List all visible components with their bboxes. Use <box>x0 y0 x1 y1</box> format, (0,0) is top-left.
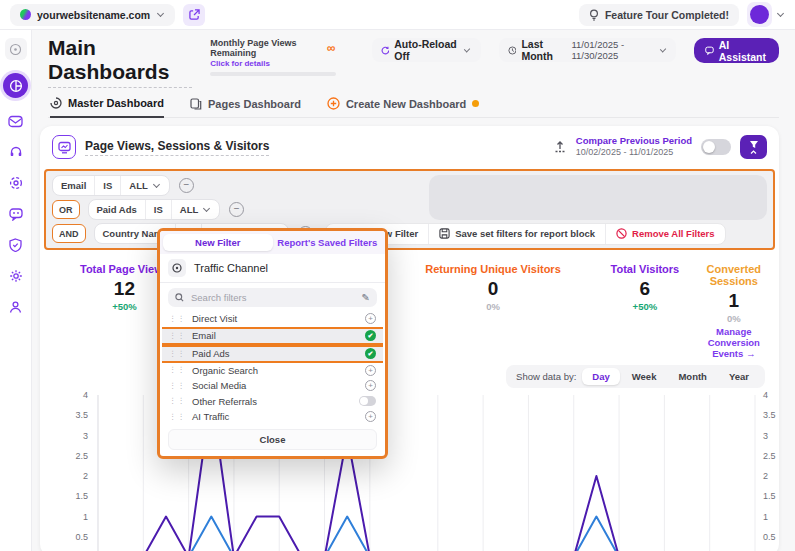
site-selector[interactable]: yourwebsitename.com <box>10 4 175 26</box>
dashboard-icon <box>9 79 23 93</box>
remove-filter-button[interactable]: − <box>179 178 194 193</box>
drag-handle-icon[interactable]: ⋮⋮ <box>169 366 186 374</box>
open-site-button[interactable] <box>183 4 205 26</box>
conjunction-badge[interactable]: AND <box>52 224 86 243</box>
add-option-icon[interactable]: + <box>365 365 376 376</box>
compare-range: 10/02/2025 - 11/01/2025 <box>576 147 692 158</box>
panel-title: Page Views, Sessions & Visitors <box>85 139 269 156</box>
manage-conversion-events-link[interactable]: Manage Conversion Events → <box>707 326 761 359</box>
sidebar-item-security[interactable] <box>5 234 27 256</box>
line-chart: 000.50.5111.51.5222.52.5333.53.54411/01/… <box>40 388 779 551</box>
plus-circle-icon <box>327 97 340 110</box>
compare-toggle[interactable] <box>701 139 731 155</box>
filter-category-row[interactable]: Traffic Channel <box>160 254 385 283</box>
granularity-year[interactable]: Year <box>719 368 759 385</box>
granularity-day[interactable]: Day <box>582 368 619 385</box>
period-label: Last Month <box>521 38 566 62</box>
filter-options-list: ⋮⋮Direct Visit+⋮⋮Email✔⋮⋮Paid Ads✔⋮⋮Orga… <box>160 311 385 425</box>
svg-text:1: 1 <box>83 512 88 522</box>
granularity-week[interactable]: Week <box>622 368 667 385</box>
chevron-down-icon <box>153 181 160 188</box>
quota-block: Monthly Page Views Remaining ∞ Click for… <box>210 38 335 76</box>
svg-text:1.5: 1.5 <box>75 491 88 501</box>
svg-text:2: 2 <box>763 471 768 481</box>
svg-text:3.5: 3.5 <box>75 410 88 420</box>
filter-option-organic-search[interactable]: ⋮⋮Organic Search+ <box>162 363 383 379</box>
drag-handle-icon[interactable]: ⋮⋮ <box>169 397 186 405</box>
conjunction-badge[interactable]: OR <box>52 200 80 219</box>
date-range-select[interactable]: Last Month 11/01/2025 - 11/30/2025 <box>499 38 676 62</box>
filter-option-other-referrals[interactable]: ⋮⋮Other Referrals <box>162 394 383 410</box>
filter-option-paid-ads[interactable]: ⋮⋮Paid Ads✔ <box>162 345 383 363</box>
filter-option-label: Organic Search <box>192 365 258 376</box>
export-icon[interactable] <box>553 140 567 155</box>
filter-option-ai-traffic[interactable]: ⋮⋮AI Traffic+ <box>162 409 383 425</box>
period-range: 11/01/2025 - 11/30/2025 <box>571 39 653 61</box>
tab-create-new-dashboard[interactable]: Create New Dashboard <box>327 97 479 117</box>
sidebar-item-inbox[interactable] <box>5 110 27 132</box>
toggle-off-icon[interactable] <box>359 396 376 406</box>
granularity-month[interactable]: Month <box>668 368 717 385</box>
auto-reload-select[interactable]: Auto-Reload Off <box>372 38 481 62</box>
filter-search-input[interactable] <box>189 291 357 304</box>
drag-handle-icon[interactable]: ⋮⋮ <box>169 382 186 390</box>
sidebar-item-dashboard[interactable] <box>3 73 28 98</box>
sidebar-item-explore[interactable] <box>5 38 27 60</box>
drag-handle-icon[interactable]: ⋮⋮ <box>169 350 186 358</box>
filter-field[interactable]: Email <box>53 176 95 195</box>
clear-search-icon[interactable]: ✎ <box>362 292 370 303</box>
feature-tour-badge[interactable]: Feature Tour Completed! <box>579 4 739 26</box>
filter-field[interactable]: Paid Ads <box>89 200 146 219</box>
save-icon <box>439 228 450 239</box>
show-data-by-label: Show data by: <box>516 371 576 382</box>
auto-reload-label: Auto-Reload Off <box>394 38 458 62</box>
filter-operator[interactable]: IS <box>146 200 172 219</box>
chevron-down-icon <box>659 46 666 53</box>
topbar: yourwebsitename.com Feature Tour Complet… <box>0 0 795 30</box>
stat-returning-unique-visitors: Returning Unique Visitors 0 0% <box>403 263 583 312</box>
save-filter-set-button[interactable]: Save set filters for report block <box>429 224 606 244</box>
svg-text:4: 4 <box>763 390 768 400</box>
person-pin-icon <box>9 300 22 314</box>
user-menu[interactable] <box>747 2 772 27</box>
filter-option-label: Social Media <box>192 380 246 391</box>
filter-operator[interactable]: IS <box>95 176 121 195</box>
svg-text:1: 1 <box>763 512 768 522</box>
filter-row: OR Paid Ads IS ALL − <box>52 199 767 220</box>
quota-details-link[interactable]: Click for details <box>210 59 335 68</box>
filter-option-email[interactable]: ⋮⋮Email✔ <box>162 327 383 345</box>
drag-handle-icon[interactable]: ⋮⋮ <box>169 332 186 340</box>
sidebar-item-tracking[interactable] <box>5 172 27 194</box>
svg-text:3.5: 3.5 <box>763 410 776 420</box>
add-option-icon[interactable]: + <box>365 411 376 422</box>
filter-pill-paid-ads[interactable]: Paid Ads IS ALL <box>88 199 221 220</box>
sidebar-item-profile[interactable] <box>5 296 27 318</box>
filter-option-social-media[interactable]: ⋮⋮Social Media+ <box>162 378 383 394</box>
svg-text:3: 3 <box>763 431 768 441</box>
filter-pill-email[interactable]: Email IS ALL <box>52 175 170 196</box>
popup-tab-saved-filters[interactable]: Report's Saved Filters <box>273 234 383 251</box>
filters-button[interactable] <box>740 135 767 159</box>
remove-filter-button[interactable]: − <box>229 202 244 217</box>
popup-close-button[interactable]: Close <box>168 429 377 450</box>
filter-row: Email IS ALL − <box>52 175 767 196</box>
sidebar-item-chat[interactable] <box>5 203 27 225</box>
category-back-button[interactable] <box>168 259 186 277</box>
filter-value: ALL <box>180 204 198 215</box>
filter-option-direct-visit[interactable]: ⋮⋮Direct Visit+ <box>162 311 383 327</box>
filter-category-label: Traffic Channel <box>194 262 268 274</box>
drag-handle-icon[interactable]: ⋮⋮ <box>169 315 186 323</box>
ai-assistant-button[interactable]: AI Assistant <box>694 38 779 63</box>
tab-pages-dashboard[interactable]: Pages Dashboard <box>190 97 301 117</box>
filter-search[interactable]: ✎ <box>168 288 377 307</box>
sidebar-item-settings[interactable] <box>5 265 27 287</box>
popup-tab-new-filter[interactable]: New Filter <box>163 234 273 251</box>
add-option-icon[interactable]: + <box>365 380 376 391</box>
add-option-icon[interactable]: + <box>365 313 376 324</box>
sidebar-item-support[interactable] <box>5 141 27 163</box>
filter-popup: New Filter Report's Saved Filters Traffi… <box>157 228 388 459</box>
drag-handle-icon[interactable]: ⋮⋮ <box>169 413 186 421</box>
remove-all-filters-button[interactable]: Remove All Filters <box>606 224 725 244</box>
tab-master-dashboard[interactable]: Master Dashboard <box>50 97 164 118</box>
stat-value: 1 <box>707 290 761 312</box>
